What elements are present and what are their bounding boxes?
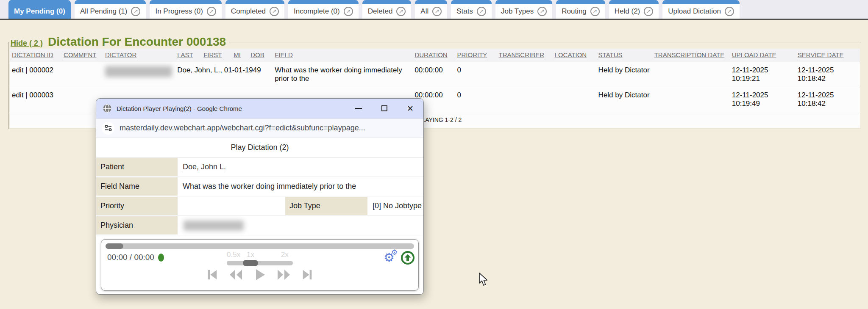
open-new-window-icon[interactable]: ↗ [477,7,486,16]
playback-time: 00:00 / 00:00 [107,253,164,262]
audio-player: 00:00 / 00:00 0.5x 1x 2x ⚙ ⚙ [101,239,419,291]
tab-routing[interactable]: Routing ↗ [556,0,605,19]
tab-label: Deleted [368,7,393,16]
tab-all[interactable]: All ↗ [415,0,447,19]
tab-label: All [420,7,428,16]
redacted-physician-name [184,221,244,231]
settings-gears-icon[interactable]: ⚙ ⚙ [384,250,399,265]
open-new-window-icon[interactable]: ↗ [344,7,353,16]
dictation-id-cell[interactable]: edit | 000003 [10,87,61,112]
column-header-upload-date[interactable]: UPLOAD DATE [730,49,796,62]
tab-job-types[interactable]: Job Types ↗ [495,0,552,19]
priority-cell: 0 [455,87,496,112]
tab-label: My Pending (0) [14,7,65,16]
priority-cell: 0 [455,62,496,87]
rewind-button[interactable] [229,268,243,281]
column-header-comment[interactable]: COMMENT [61,49,103,62]
tab-completed[interactable]: Completed ↗ [225,0,284,19]
priority-label: Priority [96,197,178,215]
patient-link[interactable]: Doe, John L. [183,163,226,171]
status-cell: Held by Dictator [596,87,652,112]
speed-label-half: 0.5x [227,251,240,259]
column-header-status[interactable]: STATUS [596,49,652,62]
tab-incomplete[interactable]: Incomplete (0) ↗ [288,0,359,19]
close-icon[interactable]: ✕ [407,105,414,113]
job-type-value: [0] No Jobtype [367,196,423,215]
table-row: edit | 000002 Doe, John, L., 01-01-1949 … [10,62,860,87]
column-header-transcriber[interactable]: TRANSCRIBER [497,49,553,62]
column-header-field[interactable]: FIELD [273,49,412,62]
window-title-bar[interactable]: Dictation Player Playing(2) - Google Chr… [96,99,423,119]
column-header-transcription-date[interactable]: TRANSCRIPTION DATE [652,49,730,62]
column-header-location[interactable]: LOCATION [553,49,596,62]
service-date-cell: 12-11-2025 10:18:42 [796,62,860,87]
column-header-first[interactable]: FIRST [201,49,231,62]
fast-forward-button[interactable] [276,268,291,281]
transcription-date-cell [652,87,730,112]
tab-label: All Pending (1) [80,7,128,16]
location-cell [553,87,596,112]
page-title: Dictation For Encounter 000138 [48,36,226,49]
play-dictation-heading: Play Dictation (2) [96,138,423,157]
open-new-window-icon[interactable]: ↗ [131,7,140,16]
speed-slider-handle[interactable] [243,260,258,266]
hide-toggle-link[interactable]: Hide ( 2 ) [11,39,43,48]
tab-label: Incomplete (0) [294,7,340,16]
skip-to-end-button[interactable] [301,268,314,281]
column-header-dictator[interactable]: DICTATOR [103,49,175,62]
dictation-id-cell[interactable]: edit | 000002 [10,62,61,87]
duration-cell: 00:00:00 [412,62,455,87]
tab-all-pending[interactable]: All Pending (1) ↗ [75,0,146,19]
upload-arrow-icon[interactable] [401,251,415,267]
mouse-cursor [478,273,490,289]
column-header-dob[interactable]: DOB [248,49,273,62]
open-new-window-icon[interactable]: ↗ [270,7,279,16]
open-new-window-icon[interactable]: ↗ [396,7,406,16]
tab-my-pending[interactable]: My Pending (0) [8,0,71,19]
open-new-window-icon[interactable]: ↗ [207,7,216,16]
tab-label: Held (2) [615,7,640,16]
tab-label: Routing [562,7,587,16]
open-new-window-icon[interactable]: ↗ [590,7,600,16]
maximize-icon[interactable] [381,105,387,111]
patient-name-dob-cell: Doe, John, L., 01-01-1949 [175,62,273,87]
tab-deleted[interactable]: Deleted ↗ [362,0,412,19]
column-header-last[interactable]: LAST [175,49,201,62]
open-new-window-icon[interactable]: ↗ [725,7,734,16]
column-header-service-date[interactable]: SERVICE DATE [796,49,860,62]
column-header-mi[interactable]: MI [231,49,248,62]
tab-held[interactable]: Held (2) ↗ [609,0,659,19]
minimize-icon[interactable] [355,108,362,109]
tab-label: Completed [231,7,266,16]
table-header-row: DICTATION ID COMMENT DICTATOR LAST FIRST… [10,49,860,62]
open-new-window-icon[interactable]: ↗ [644,7,653,16]
tab-stats[interactable]: Stats ↗ [451,0,492,19]
tab-in-progress[interactable]: In Progress (0) ↗ [150,0,221,19]
speed-slider[interactable] [227,261,293,265]
speed-labels: 0.5x 1x 2x [227,251,293,259]
physician-label: Physician [96,216,178,235]
column-header-dictation-id[interactable]: DICTATION ID [10,49,61,62]
transcriber-cell [497,62,553,87]
transport-controls [101,268,418,282]
seek-bar[interactable] [106,243,414,249]
open-new-window-icon[interactable]: ↗ [432,7,442,16]
tab-upload-dictation[interactable]: Upload Dictation ↗ [662,0,740,19]
field-name-value: What was the worker doing immediately pr… [178,177,423,196]
open-new-window-icon[interactable]: ↗ [537,7,547,16]
skip-to-start-button[interactable] [206,268,219,281]
tab-label: Stats [456,7,473,16]
column-header-duration[interactable]: DURATION [412,49,455,62]
column-header-priority[interactable]: PRIORITY [455,49,496,62]
tab-label: Job Types [501,7,534,16]
speed-control: 0.5x 1x 2x [227,251,293,265]
upload-date-cell: 12-11-2025 10:19:21 [730,62,796,87]
status-indicator-dot [158,254,164,262]
play-button[interactable] [253,268,266,282]
site-settings-icon[interactable] [102,122,114,135]
priority-value [178,196,285,215]
priority-jobtype-row: Priority Job Type [0] No Jobtype [96,196,423,216]
time-display: 00:00 / 00:00 [107,253,154,262]
transcriber-cell [497,87,553,112]
seek-handle[interactable] [106,243,123,249]
